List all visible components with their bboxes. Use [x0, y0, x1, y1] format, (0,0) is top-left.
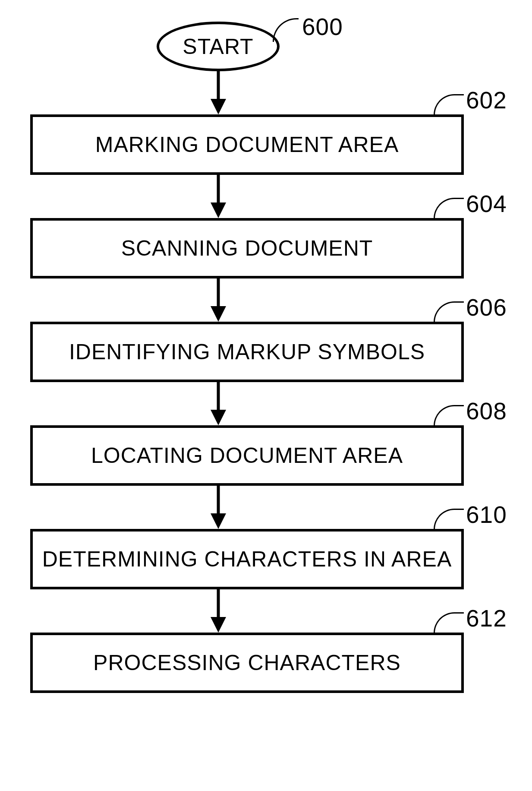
ref-602: 602: [466, 86, 507, 114]
step-610-label: DETERMINING CHARACTERS IN AREA: [42, 547, 452, 572]
leader-610: [434, 509, 464, 529]
start-label: START: [183, 34, 253, 59]
arrow-602-604: [215, 175, 221, 218]
arrow-start-602: [215, 71, 221, 114]
step-604-label: SCANNING DOCUMENT: [121, 236, 373, 261]
ref-612: 612: [466, 604, 507, 632]
step-604: SCANNING DOCUMENT: [30, 218, 464, 278]
arrow-608-610: [215, 486, 221, 529]
leader-606: [434, 301, 464, 322]
svg-marker-5: [211, 306, 226, 322]
flowchart-canvas: START 600 MARKING DOCUMENT AREA 602 SCAN…: [0, 0, 532, 791]
svg-marker-9: [211, 513, 226, 529]
leader-608: [434, 405, 464, 426]
step-608-label: LOCATING DOCUMENT AREA: [91, 443, 403, 468]
leader-600: [273, 18, 299, 42]
leader-612: [434, 612, 464, 633]
leader-602: [434, 94, 464, 115]
svg-marker-3: [211, 202, 226, 218]
leader-604: [434, 198, 464, 218]
step-602-label: MARKING DOCUMENT AREA: [95, 132, 399, 157]
ref-608: 608: [466, 397, 507, 425]
step-612: PROCESSING CHARACTERS: [30, 633, 464, 693]
svg-marker-11: [211, 617, 226, 633]
step-606: IDENTIFYING MARKUP SYMBOLS: [30, 322, 464, 382]
step-602: MARKING DOCUMENT AREA: [30, 114, 464, 175]
step-606-label: IDENTIFYING MARKUP SYMBOLS: [69, 339, 425, 364]
svg-marker-7: [211, 410, 226, 425]
step-612-label: PROCESSING CHARACTERS: [93, 650, 401, 675]
arrow-606-608: [215, 382, 221, 425]
ref-600: 600: [302, 13, 343, 41]
arrow-604-606: [215, 278, 221, 322]
ref-610: 610: [466, 501, 507, 528]
arrow-610-612: [215, 589, 221, 633]
step-610: DETERMINING CHARACTERS IN AREA: [30, 529, 464, 589]
svg-marker-1: [211, 99, 226, 114]
step-608: LOCATING DOCUMENT AREA: [30, 425, 464, 486]
ref-604: 604: [466, 190, 507, 218]
start-node: START: [157, 22, 280, 71]
ref-606: 606: [466, 294, 507, 321]
